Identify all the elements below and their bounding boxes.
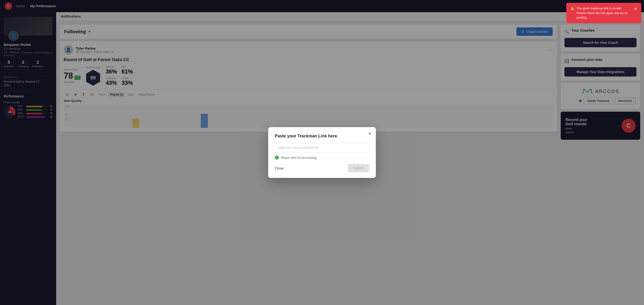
toast-message: The given trackman link is invalid. Plea…	[576, 6, 630, 20]
modal-overlay: Paste your Trackman Link here. ✕ ✓ Repor…	[0, 0, 644, 305]
modal-close-button[interactable]: Close	[275, 166, 284, 170]
toast-warning-icon: ⚠️	[570, 6, 574, 11]
error-toast: ⚠️ The given trackman link is invalid. P…	[566, 3, 641, 23]
modal-title: Paste your Trackman Link here.	[275, 134, 369, 138]
check-icon: ✓	[275, 156, 279, 160]
trackman-modal: Paste your Trackman Link here. ✕ ✓ Repor…	[268, 127, 376, 178]
success-text: Report sent for processing	[281, 156, 316, 160]
modal-close-icon[interactable]: ✕	[368, 131, 372, 136]
trackman-link-input[interactable]	[275, 143, 369, 152]
modal-success-message: ✓ Report sent for processing	[275, 156, 369, 160]
toast-close-button[interactable]: ✕	[634, 6, 637, 12]
modal-submit-button[interactable]: Submit	[348, 164, 369, 172]
modal-actions: Close Submit	[275, 164, 369, 172]
